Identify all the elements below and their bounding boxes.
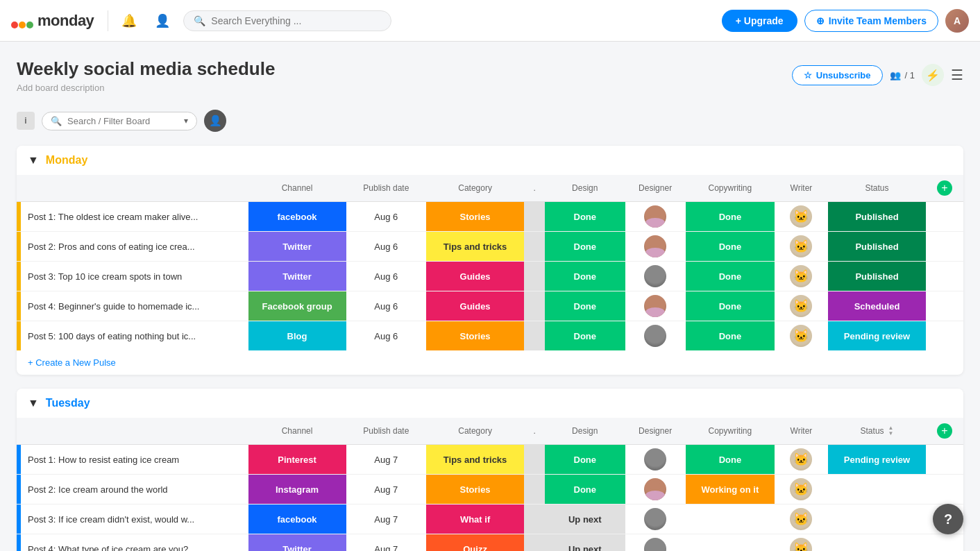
designer-cell[interactable] (625, 232, 686, 262)
date-value[interactable]: Aug 6 (346, 202, 426, 231)
copywriting-cell[interactable] (686, 505, 775, 534)
copywriting-cell[interactable]: Done (686, 262, 775, 291)
design-value[interactable]: Done (545, 475, 625, 504)
category-value[interactable]: Tips and tricks (426, 445, 524, 474)
person-filter-button[interactable]: 👤 (204, 110, 226, 132)
channel-value[interactable]: Facebook group (248, 291, 346, 321)
date-cell[interactable]: Aug 7 (346, 505, 426, 534)
channel-cell[interactable]: facebook (248, 505, 346, 534)
status-value[interactable]: Published (828, 202, 926, 231)
copywriting-value[interactable]: Done (686, 232, 775, 261)
designer-cell[interactable] (625, 291, 686, 321)
unsubscribe-button[interactable]: ☆ Unsubscribe (792, 65, 883, 85)
copywriting-value[interactable]: Done (686, 262, 775, 291)
copywriting-value[interactable]: Done (686, 445, 775, 474)
search-filter[interactable]: 🔍 ▾ (42, 112, 197, 130)
category-cell[interactable]: What if (426, 505, 524, 534)
status-cell[interactable] (828, 534, 926, 552)
channel-cell[interactable]: Facebook group (248, 291, 346, 321)
category-cell[interactable]: Guides (426, 262, 524, 291)
date-value[interactable]: Aug 6 (346, 232, 426, 261)
search-bar[interactable]: 🔍 (183, 10, 391, 31)
status-value[interactable]: Pending review (828, 445, 926, 474)
copywriting-cell[interactable]: Working on it (686, 475, 775, 505)
category-value[interactable]: Tips and tricks (426, 232, 524, 261)
designer-cell[interactable] (625, 505, 686, 534)
date-cell[interactable]: Aug 6 (346, 202, 426, 232)
status-sort-icon[interactable]: ▲▼ (888, 425, 894, 436)
tuesday-collapse-icon[interactable]: ▼ (28, 397, 39, 409)
date-cell[interactable]: Aug 6 (346, 232, 426, 262)
category-cell[interactable]: Guides (426, 291, 524, 321)
status-cell[interactable]: Published (828, 202, 926, 232)
copywriting-value[interactable] (686, 505, 775, 534)
channel-value[interactable]: Blog (248, 321, 346, 350)
designer-cell[interactable] (625, 534, 686, 552)
designer-cell[interactable] (625, 445, 686, 475)
search-input[interactable] (211, 15, 381, 26)
status-cell[interactable]: Pending review (828, 445, 926, 475)
status-cell[interactable]: Pending review (828, 321, 926, 351)
writer-cell[interactable]: 🐱 (775, 321, 828, 351)
status-value[interactable] (828, 505, 926, 534)
channel-value[interactable]: facebook (248, 202, 346, 231)
copywriting-cell[interactable]: Done (686, 232, 775, 262)
category-value[interactable]: Guides (426, 291, 524, 321)
monday-collapse-icon[interactable]: ▼ (28, 154, 39, 167)
channel-cell[interactable]: Instagram (248, 475, 346, 505)
date-value[interactable]: Aug 6 (346, 291, 426, 321)
category-cell[interactable]: Stories (426, 475, 524, 505)
status-cell[interactable]: Published (828, 232, 926, 262)
category-cell[interactable]: Stories (426, 321, 524, 351)
upgrade-button[interactable]: + Upgrade (722, 10, 797, 32)
row-title[interactable]: Post 3: If ice cream didn't exist, would… (21, 505, 201, 534)
design-value[interactable]: Done (545, 232, 625, 261)
design-cell[interactable]: Done (545, 445, 625, 475)
date-cell[interactable]: Aug 7 (346, 475, 426, 505)
date-cell[interactable]: Aug 6 (346, 262, 426, 291)
date-value[interactable]: Aug 6 (346, 321, 426, 350)
writer-cell[interactable]: 🐱 (775, 291, 828, 321)
design-cell[interactable]: Done (545, 291, 625, 321)
date-cell[interactable]: Aug 7 (346, 534, 426, 552)
status-cell[interactable]: Scheduled (828, 291, 926, 321)
monday-group-title[interactable]: Monday (46, 154, 87, 167)
channel-value[interactable]: Pinterest (248, 445, 346, 474)
row-title[interactable]: Post 2: Pros and cons of eating ice crea… (21, 232, 202, 261)
date-value[interactable]: Aug 7 (346, 534, 426, 551)
channel-cell[interactable]: Twitter (248, 534, 346, 552)
writer-cell[interactable]: 🐱 (775, 445, 828, 475)
category-value[interactable]: Guides (426, 262, 524, 291)
date-cell[interactable]: Aug 6 (346, 321, 426, 351)
invite-team-button[interactable]: ⊕ Invite Team Members (804, 10, 938, 32)
writer-cell[interactable]: 🐱 (775, 475, 828, 505)
date-value[interactable]: Aug 6 (346, 262, 426, 291)
channel-cell[interactable]: Twitter (248, 232, 346, 262)
status-cell[interactable] (828, 475, 926, 505)
designer-cell[interactable] (625, 321, 686, 351)
copywriting-cell[interactable]: Done (686, 445, 775, 475)
board-menu-button[interactable]: ☰ (951, 67, 963, 83)
row-title[interactable]: Post 1: The oldest ice cream maker alive… (21, 202, 205, 231)
date-cell[interactable]: Aug 7 (346, 445, 426, 475)
category-cell[interactable]: Quizz (426, 534, 524, 552)
logo[interactable]: monday (11, 10, 94, 32)
design-cell[interactable]: Up next (545, 534, 625, 552)
copywriting-value[interactable]: Done (686, 321, 775, 350)
channel-value[interactable]: facebook (248, 505, 346, 534)
category-cell[interactable]: Tips and tricks (426, 232, 524, 262)
writer-cell[interactable]: 🐱 (775, 232, 828, 262)
status-value[interactable]: Scheduled (828, 291, 926, 321)
designer-cell[interactable] (625, 262, 686, 291)
writer-cell[interactable]: 🐱 (775, 534, 828, 552)
writer-cell[interactable]: 🐱 (775, 505, 828, 534)
copywriting-value[interactable] (686, 534, 775, 551)
channel-value[interactable]: Instagram (248, 475, 346, 504)
status-value[interactable]: Published (828, 262, 926, 291)
channel-value[interactable]: Twitter (248, 232, 346, 261)
category-value[interactable]: Stories (426, 202, 524, 231)
copywriting-value[interactable]: Done (686, 202, 775, 231)
channel-value[interactable]: Twitter (248, 262, 346, 291)
channel-value[interactable]: Twitter (248, 534, 346, 551)
tuesday-group-title[interactable]: Tuesday (46, 397, 90, 409)
